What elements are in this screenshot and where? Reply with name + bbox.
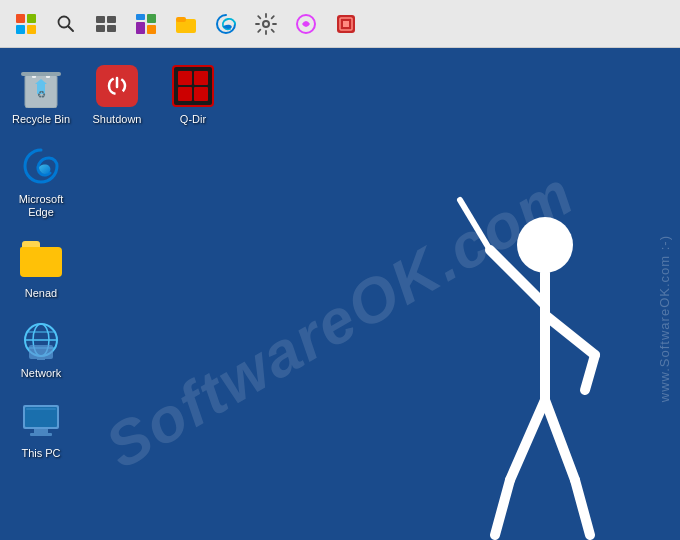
- desktop-row-4: Network: [5, 312, 229, 384]
- svg-rect-5: [107, 25, 116, 32]
- cpuz-button[interactable]: [328, 6, 364, 42]
- network-icon: [17, 316, 65, 364]
- svg-rect-43: [34, 429, 48, 433]
- desktop-row-5: This PC: [5, 392, 229, 464]
- svg-rect-4: [96, 25, 105, 32]
- task-view-button[interactable]: [88, 6, 124, 42]
- watermark-vertical: www.SoftwareOK.com :-): [657, 98, 672, 540]
- svg-rect-3: [107, 16, 116, 23]
- svg-rect-7: [147, 14, 156, 23]
- edge-desktop-icon: [17, 142, 65, 190]
- widgets-icon: [135, 13, 157, 35]
- folder-body: [20, 247, 62, 277]
- svg-rect-9: [147, 25, 156, 34]
- svg-rect-6: [136, 14, 145, 20]
- taskbar: [0, 0, 680, 48]
- svg-line-25: [545, 400, 575, 480]
- settings-icon: [255, 13, 277, 35]
- widgets-button[interactable]: [128, 6, 164, 42]
- watermark-vertical-text: www.SoftwareOK.com :-): [657, 235, 672, 402]
- desktop: SoftwareOK.com www.SoftwareOK.com :-): [0, 48, 680, 540]
- task-view-icon: [95, 15, 117, 33]
- file-explorer-icon: [175, 14, 197, 34]
- edge-icon: [215, 13, 237, 35]
- network-icon-item[interactable]: Network: [5, 312, 77, 384]
- thispc-icon-item[interactable]: This PC: [5, 392, 77, 464]
- paint-button[interactable]: [288, 6, 324, 42]
- svg-rect-16: [343, 21, 349, 27]
- svg-line-21: [545, 315, 595, 355]
- search-icon: [56, 14, 76, 34]
- svg-point-17: [517, 217, 573, 273]
- stick-figure-decoration: [440, 160, 640, 540]
- thispc-label: This PC: [21, 447, 60, 460]
- svg-line-24: [495, 480, 510, 535]
- svg-rect-30: [21, 72, 61, 76]
- svg-rect-8: [136, 22, 145, 34]
- start-button[interactable]: [8, 6, 44, 42]
- nenad-folder-icon: [17, 236, 65, 284]
- shutdown-icon-item[interactable]: Shutdown: [81, 58, 153, 130]
- qdir-label: Q-Dir: [180, 113, 206, 126]
- svg-rect-2: [96, 16, 105, 23]
- nenad-label: Nenad: [25, 287, 57, 300]
- svg-line-20: [460, 200, 490, 250]
- thispc-icon: [17, 396, 65, 444]
- recycle-bin-label: Recycle Bin: [12, 113, 70, 126]
- shutdown-icon: [93, 62, 141, 110]
- desktop-row-3: Nenad: [5, 232, 229, 304]
- recycle-bin-icon: ♻: [17, 62, 65, 110]
- svg-line-19: [490, 250, 545, 305]
- edge-button[interactable]: [208, 6, 244, 42]
- svg-line-22: [585, 355, 595, 390]
- windows-logo-icon: [16, 14, 36, 34]
- svg-line-26: [575, 480, 590, 535]
- desktop-icons-container: ♻ Recycle Bin Shutdown: [5, 58, 229, 464]
- edge-desktop-label: MicrosoftEdge: [19, 193, 64, 219]
- svg-rect-40: [37, 357, 45, 360]
- svg-point-12: [263, 21, 269, 27]
- paint-icon: [295, 13, 317, 35]
- svg-text:♻: ♻: [37, 89, 46, 100]
- edge-desktop-icon-item[interactable]: MicrosoftEdge: [5, 138, 77, 223]
- desktop-row-2: MicrosoftEdge: [5, 138, 229, 223]
- svg-rect-39: [29, 345, 53, 359]
- shutdown-label: Shutdown: [93, 113, 142, 126]
- network-label: Network: [21, 367, 61, 380]
- svg-line-1: [69, 26, 74, 31]
- search-button[interactable]: [48, 6, 84, 42]
- file-explorer-button[interactable]: [168, 6, 204, 42]
- svg-rect-11: [176, 17, 186, 22]
- desktop-row-1: ♻ Recycle Bin Shutdown: [5, 58, 229, 130]
- recycle-bin-icon-item[interactable]: ♻ Recycle Bin: [5, 58, 77, 130]
- svg-rect-44: [30, 433, 52, 436]
- nenad-folder-icon-item[interactable]: Nenad: [5, 232, 77, 304]
- qdir-icon: [169, 62, 217, 110]
- svg-line-23: [510, 400, 545, 480]
- qdir-icon-item[interactable]: Q-Dir: [157, 58, 229, 130]
- cpuz-icon: [335, 13, 357, 35]
- svg-rect-45: [26, 408, 56, 410]
- settings-button[interactable]: [248, 6, 284, 42]
